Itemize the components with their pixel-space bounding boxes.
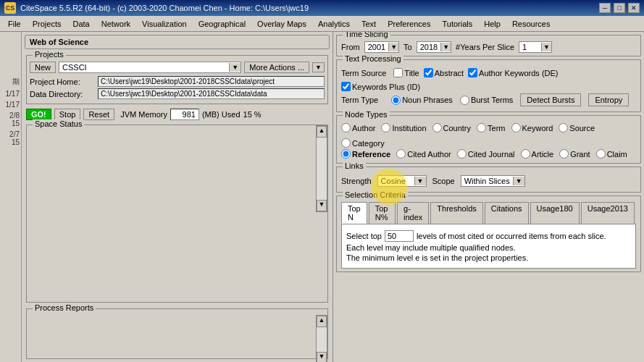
strength-label: Strength — [341, 177, 372, 185]
action-row: GO! Stop Reset JVM Memory 981 (MB) Used … — [26, 109, 328, 120]
space-status-area — [27, 125, 316, 212]
abstract-label: Abstract — [435, 69, 464, 77]
scrollbar-up[interactable]: ▲ — [317, 126, 327, 138]
keyword-radio[interactable] — [511, 123, 521, 132]
more-actions-button[interactable]: More Actions ... — [244, 62, 309, 73]
article-radio[interactable] — [521, 149, 530, 159]
detect-bursts-button[interactable]: Detect Bursts — [520, 93, 581, 106]
scrollbar-down[interactable]: ▼ — [317, 200, 327, 211]
more-actions-arrow[interactable]: ▼ — [312, 62, 325, 72]
scope-select[interactable]: Within Slices ▼ — [461, 175, 525, 187]
tab-usage2013[interactable]: Usage2013 — [581, 202, 635, 224]
links-title: Links — [343, 161, 366, 170]
per-slice-combo[interactable]: 1 ▼ — [519, 41, 552, 53]
menu-geographical[interactable]: Geographical — [193, 17, 251, 30]
title-text: CiteSpace 5.5.R2 (64-bit) - (c) 2003-202… — [20, 4, 309, 12]
strength-arrow[interactable]: ▼ — [414, 177, 426, 185]
institution-node: Institution — [381, 123, 426, 132]
burst-terms-radio[interactable] — [460, 96, 469, 105]
claim-radio[interactable] — [596, 149, 606, 159]
category-radio[interactable] — [341, 138, 351, 148]
country-node: Country — [432, 123, 472, 132]
grant-radio[interactable] — [559, 149, 569, 159]
from-combo[interactable]: 2001 ▼ — [364, 41, 399, 53]
menu-overlay-maps[interactable]: Overlay Maps — [252, 17, 311, 30]
tab-usage180[interactable]: Usage180 — [530, 202, 580, 224]
note1-row: Each level may include multiple qualifie… — [346, 243, 631, 252]
author-kw-checkbox[interactable] — [468, 68, 477, 77]
country-radio[interactable] — [432, 123, 442, 132]
strength-value: Cosine — [378, 176, 414, 186]
time-slicing-section: Time Slicing From 2001 ▼ To 2018 ▼ #Year… — [336, 35, 641, 56]
noun-phrases-radio[interactable] — [391, 96, 401, 105]
space-status-content: ▲ ▼ — [27, 125, 327, 212]
burst-terms-option: Burst Terms — [460, 96, 513, 105]
minimize-button[interactable]: ─ — [599, 3, 611, 13]
source-radio[interactable] — [559, 123, 568, 132]
burst-terms-label: Burst Terms — [471, 96, 513, 104]
tab-thresholds[interactable]: Thresholds — [430, 202, 482, 224]
node-types-row2: Reference Cited Author Cited Journal Art… — [341, 149, 636, 159]
menu-resources[interactable]: Resources — [507, 17, 556, 30]
grant-node-label: Grant — [570, 150, 590, 159]
sidebar-num-3: 1/17 — [0, 99, 21, 110]
cited-journal-radio[interactable] — [457, 149, 467, 159]
per-slice-value: 1 — [519, 42, 541, 52]
institution-radio[interactable] — [381, 123, 390, 132]
keywords-plus-checkbox[interactable] — [341, 82, 351, 91]
from-arrow[interactable]: ▼ — [388, 43, 398, 51]
menu-text[interactable]: Text — [356, 17, 381, 30]
menu-analytics[interactable]: Analytics — [313, 17, 355, 30]
go-button[interactable]: GO! — [26, 109, 51, 120]
project-home-value: C:\Users\jwc19\Desktop\2001-2018CSSCIdat… — [98, 76, 325, 87]
tab-top-n-pct[interactable]: Top N% — [369, 202, 396, 224]
to-arrow[interactable]: ▼ — [440, 43, 451, 51]
cited-journal-node: Cited Journal — [457, 149, 515, 159]
stop-button[interactable]: Stop — [54, 109, 81, 120]
project-dropdown-arrow[interactable]: ▼ — [229, 63, 241, 72]
scope-arrow[interactable]: ▼ — [513, 177, 524, 185]
reset-button[interactable]: Reset — [83, 109, 114, 120]
per-slice-arrow[interactable]: ▼ — [541, 43, 551, 51]
abstract-checkbox[interactable] — [424, 68, 433, 77]
author-kw-option: Author Keywords (DE) — [468, 68, 558, 77]
term-radio[interactable] — [477, 123, 486, 132]
pr-scrollbar-up[interactable]: ▲ — [317, 316, 327, 327]
menu-visualization[interactable]: Visualization — [137, 17, 192, 30]
claim-node: Claim — [596, 149, 627, 159]
process-reports-scrollbar[interactable]: ▲ ▼ — [316, 315, 327, 362]
claim-node-label: Claim — [607, 150, 627, 159]
menu-file[interactable]: File — [3, 17, 26, 30]
new-button[interactable]: New — [30, 62, 56, 73]
to-combo[interactable]: 2018 ▼ — [417, 41, 451, 53]
tab-citations[interactable]: Citations — [485, 202, 529, 224]
maximize-button[interactable]: □ — [614, 3, 625, 13]
menu-tutorials[interactable]: Tutorials — [437, 17, 477, 30]
abstract-option: Abstract — [424, 68, 464, 77]
tabs-row: Top N Top N% g-index Thresholds Citation… — [341, 202, 636, 224]
entropy-button[interactable]: Entropy — [588, 93, 629, 106]
title-option: Title — [393, 68, 419, 77]
cited-author-radio[interactable] — [396, 149, 406, 159]
menu-preferences[interactable]: Preferences — [382, 17, 435, 30]
from-label: From — [341, 43, 360, 51]
menu-projects[interactable]: Projects — [28, 17, 67, 30]
menu-help[interactable]: Help — [479, 17, 506, 30]
term-type-row: Term Type Noun Phrases Burst Terms Detec… — [341, 93, 636, 106]
menu-network[interactable]: Network — [96, 17, 135, 30]
space-status-scrollbar[interactable]: ▲ ▼ — [316, 125, 327, 212]
pr-scrollbar-down[interactable]: ▼ — [317, 352, 327, 362]
time-slicing-row: From 2001 ▼ To 2018 ▼ #Years Per Slice 1… — [341, 41, 636, 53]
reference-radio[interactable] — [341, 149, 351, 159]
strength-select[interactable]: Cosine ▼ — [377, 175, 427, 187]
term-node: Term — [477, 123, 505, 132]
node-types-section: Node Types Author Institution Country Te… — [336, 115, 641, 164]
tab-g-index[interactable]: g-index — [397, 202, 429, 224]
close-button[interactable]: ✕ — [628, 3, 640, 13]
title-checkbox[interactable] — [393, 68, 403, 77]
select-top-input[interactable] — [385, 230, 414, 242]
author-radio[interactable] — [341, 123, 351, 132]
source-node: Source — [559, 123, 595, 132]
tab-top-n[interactable]: Top N — [341, 202, 367, 224]
menu-data[interactable]: Data — [67, 17, 94, 30]
